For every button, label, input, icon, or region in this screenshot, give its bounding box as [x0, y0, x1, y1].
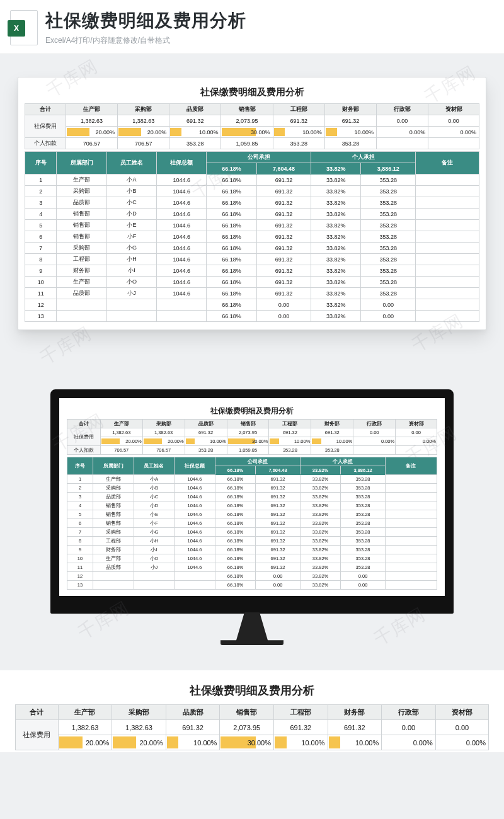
fee-percent: 10.00% — [273, 127, 324, 138]
cell-corp-amt: 691.32 — [256, 501, 300, 510]
cell-dept: 财务部 — [57, 265, 106, 277]
table-row: 6 销售部 小F 1044.6 66.18% 691.32 33.82% 353… — [25, 231, 479, 243]
summary-table: 合计生产部采购部品质部销售部工程部财务部行政部资材部社保费用1,382.631,… — [15, 704, 489, 750]
hdr-dept: 资材部 — [435, 705, 488, 720]
cell-name: 小E — [134, 510, 175, 519]
cell-corp-pct: 66.18% — [215, 501, 256, 510]
hdr-dept: 工程部 — [274, 705, 328, 720]
cell-corp-pct: 66.18% — [207, 277, 256, 288]
corp-pct-total: 66.18% — [215, 466, 256, 475]
hdr-dept: 行政部 — [382, 705, 436, 720]
cell-pers-amt: 353.28 — [361, 209, 416, 220]
cell-pers-pct: 33.82% — [311, 299, 361, 311]
cell-remark — [415, 254, 479, 265]
cell-total: 1044.6 — [157, 209, 207, 220]
cell-total: 1044.6 — [157, 265, 207, 277]
cell-name: 小J — [134, 563, 175, 572]
personal-value: 1,059.85 — [227, 446, 269, 455]
cell-corp-pct: 66.18% — [215, 537, 256, 546]
sheet-title: 社保缴费明细及费用分析 — [67, 404, 437, 419]
cell-seq: 5 — [67, 510, 93, 519]
cell-pers-amt: 353.28 — [361, 175, 416, 186]
cell-remark — [415, 197, 479, 209]
fee-value: 691.32 — [274, 720, 328, 735]
cell-seq: 6 — [25, 231, 57, 243]
cell-pers-amt: 353.28 — [361, 254, 416, 265]
cell-pers-amt: 0.00 — [361, 311, 416, 322]
cell-corp-amt: 691.32 — [256, 537, 300, 546]
personal-value — [377, 138, 428, 149]
cell-dept — [93, 572, 134, 581]
cell-pers-pct: 33.82% — [300, 519, 341, 528]
detail-table: 序号 所属部门 员工姓名 社保总额 公司承担 个人承担 备注 66.18% 7,… — [67, 457, 437, 590]
cell-total — [157, 299, 207, 311]
cell-pers-pct: 33.82% — [300, 475, 341, 484]
cell-pers-amt: 353.28 — [341, 546, 385, 554]
fee-percent: 20.00% — [142, 437, 185, 446]
hdr-dept: 工程部 — [273, 104, 324, 115]
personal-value: 353.28 — [273, 138, 324, 149]
personal-value: 1,059.85 — [221, 138, 273, 149]
cell-corp-pct: 66.18% — [215, 475, 256, 484]
cell-seq: 1 — [67, 475, 93, 484]
cell-pers-pct: 33.82% — [300, 546, 341, 554]
hdr-dept: 采购部 — [112, 705, 166, 720]
fee-value: 691.32 — [328, 720, 382, 735]
cell-total: 1044.6 — [175, 493, 215, 501]
cell-total: 1044.6 — [175, 519, 215, 528]
cell-pers-pct: 33.82% — [311, 186, 361, 197]
monitor-mockup: 社保缴费明细及费用分析 合计生产部采购部品质部销售部工程部财务部行政部资材部社保… — [50, 389, 454, 645]
table-row: 12 66.18% 0.00 33.82% 0.00 — [67, 572, 437, 581]
monitor-stand-icon — [220, 612, 284, 645]
cell-pers-amt: 353.28 — [341, 493, 385, 501]
personal-value: 706.57 — [118, 138, 169, 149]
detail-table: 序号 所属部门 员工姓名 社保总额 公司承担 个人承担 备注 66.18% 7,… — [25, 151, 479, 322]
cell-corp-pct: 66.18% — [207, 175, 256, 186]
hdr-dept: 财务部 — [328, 705, 382, 720]
table-row: 7 采购部 小G 1044.6 66.18% 691.32 33.82% 353… — [67, 528, 437, 537]
cell-total: 1044.6 — [175, 537, 215, 546]
fee-percent: 10.00% — [274, 735, 328, 750]
cell-seq: 7 — [67, 528, 93, 537]
cell-corp-pct: 66.18% — [215, 554, 256, 563]
row-label-fee: 社保费用 — [16, 720, 59, 750]
hdr-dept: 销售部 — [227, 420, 269, 428]
fee-percent: 10.00% — [185, 437, 227, 446]
cell-name: 小D — [106, 209, 156, 220]
cell-pers-amt: 353.28 — [361, 243, 416, 254]
cell-pers-pct: 33.82% — [311, 231, 361, 243]
cell-name: 小C — [134, 493, 175, 501]
cell-total: 1044.6 — [157, 277, 207, 288]
cell-dept — [93, 581, 134, 590]
cell-pers-amt: 353.28 — [341, 528, 385, 537]
cell-pers-pct: 33.82% — [300, 572, 341, 581]
cell-seq: 2 — [25, 186, 57, 197]
cell-pers-amt: 353.28 — [361, 197, 416, 209]
cell-dept: 采购部 — [57, 186, 106, 197]
fee-value: 0.00 — [428, 115, 479, 127]
fee-value: 0.00 — [377, 115, 428, 127]
fee-value: 1,382.63 — [58, 720, 112, 735]
fee-value: 691.32 — [185, 428, 227, 437]
cell-corp-amt: 691.32 — [256, 243, 311, 254]
sheet-title: 社保缴费明细及费用分析 — [15, 680, 489, 704]
cell-seq: 3 — [25, 197, 57, 209]
cell-name: 小A — [134, 475, 175, 484]
cell-pers-pct: 33.82% — [311, 277, 361, 288]
fee-percent: 10.00% — [166, 735, 220, 750]
cell-remark — [385, 493, 437, 501]
table-row: 9 财务部 小I 1044.6 66.18% 691.32 33.82% 353… — [25, 265, 479, 277]
cell-pers-amt: 353.28 — [341, 510, 385, 519]
cell-dept: 销售部 — [57, 209, 106, 220]
fee-percent: 20.00% — [58, 735, 112, 750]
cell-pers-pct: 33.82% — [311, 265, 361, 277]
cell-total: 1044.6 — [175, 554, 215, 563]
cell-corp-amt: 691.32 — [256, 220, 311, 231]
cell-corp-amt: 691.32 — [256, 197, 311, 209]
cell-total — [157, 311, 207, 322]
cell-corp-pct: 66.18% — [215, 546, 256, 554]
cell-remark — [385, 501, 437, 510]
cell-seq: 6 — [67, 519, 93, 528]
hdr-total: 合计 — [25, 104, 66, 115]
fee-percent: 0.00% — [382, 735, 436, 750]
